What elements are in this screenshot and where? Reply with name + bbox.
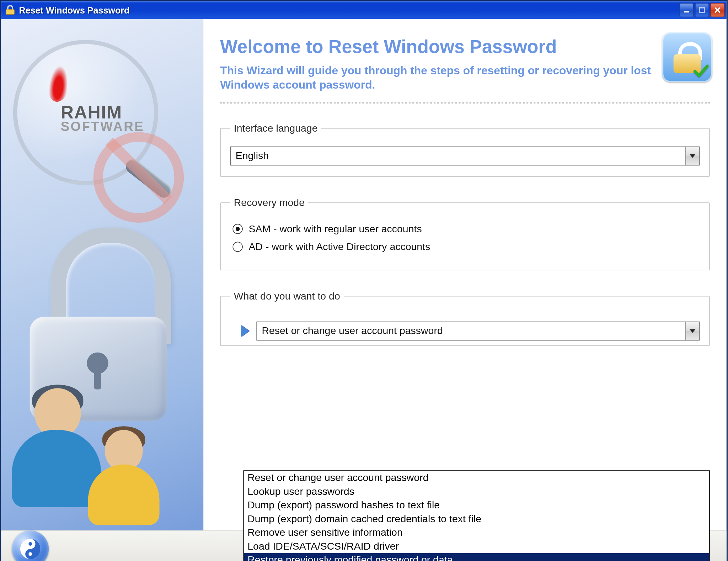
window-buttons <box>679 3 724 17</box>
action-option[interactable]: Dump (export) password hashes to text fi… <box>244 498 709 512</box>
wizard-heading: Welcome to Reset Windows Password <box>220 36 644 58</box>
action-select[interactable]: Reset or change user account password <box>256 321 700 340</box>
brand-line-2: SOFTWARE <box>61 119 144 135</box>
action-option[interactable]: Dump (export) domain cached credentials … <box>244 512 709 525</box>
svg-point-4 <box>28 542 32 546</box>
language-legend: Interface language <box>230 122 321 134</box>
action-group: What do you want to do Reset or change u… <box>220 290 710 346</box>
action-option[interactable]: Reset or change user account password <box>244 471 709 485</box>
radio-icon <box>232 242 242 252</box>
app-window: Reset Windows Password RAHIM SOFTWARE <box>0 0 728 561</box>
svg-rect-2 <box>700 8 704 12</box>
divider <box>220 102 710 104</box>
recovery-ad-label: AD - work with Active Directory accounts <box>249 241 430 253</box>
client-area: RAHIM SOFTWARE Welcome to Reset Windows … <box>1 19 726 561</box>
app-icon <box>5 5 15 15</box>
svg-rect-1 <box>684 11 689 12</box>
title-bar[interactable]: Reset Windows Password <box>1 1 726 19</box>
action-legend: What do you want to do <box>230 290 344 302</box>
no-entry-graphic <box>93 132 184 223</box>
action-dropdown-list[interactable]: Reset or change user account passwordLoo… <box>243 470 710 561</box>
wizard-sidebar: RAHIM SOFTWARE <box>1 19 203 561</box>
svg-rect-0 <box>6 10 14 14</box>
recovery-legend: Recovery mode <box>230 197 308 208</box>
action-option[interactable]: Load IDE/SATA/SCSI/RAID driver <box>244 539 709 553</box>
window-title: Reset Windows Password <box>19 5 680 15</box>
person-graphic-2 <box>85 430 162 525</box>
action-value: Reset or change user account password <box>257 325 685 337</box>
minimize-button[interactable] <box>679 3 694 17</box>
brand-logo: RAHIM SOFTWARE <box>61 102 144 134</box>
radio-icon <box>232 224 242 234</box>
action-option[interactable]: Lookup user passwords <box>244 485 709 498</box>
about-button[interactable] <box>12 530 49 561</box>
chevron-down-icon[interactable] <box>685 147 699 165</box>
svg-point-5 <box>28 552 32 556</box>
chevron-down-icon[interactable] <box>685 322 699 340</box>
language-select[interactable]: English <box>230 146 700 165</box>
unlock-badge-icon <box>662 32 712 82</box>
recovery-mode-group: Recovery mode SAM - work with regular us… <box>220 197 710 270</box>
action-option[interactable]: Remove user sensitive information <box>244 526 709 539</box>
play-arrow-icon <box>241 325 249 337</box>
recovery-radio-sam[interactable]: SAM - work with regular user accounts <box>232 223 700 235</box>
recovery-radio-ad[interactable]: AD - work with Active Directory accounts <box>232 241 700 253</box>
language-value: English <box>231 150 685 162</box>
recovery-sam-label: SAM - work with regular user accounts <box>249 223 422 235</box>
language-group: Interface language English <box>220 122 710 176</box>
maximize-button[interactable] <box>695 3 709 17</box>
action-option[interactable]: Restore previously modified password or … <box>244 553 709 561</box>
wizard-subheading: This Wizard will guide you through the s… <box>220 64 698 92</box>
close-button[interactable] <box>710 3 724 17</box>
